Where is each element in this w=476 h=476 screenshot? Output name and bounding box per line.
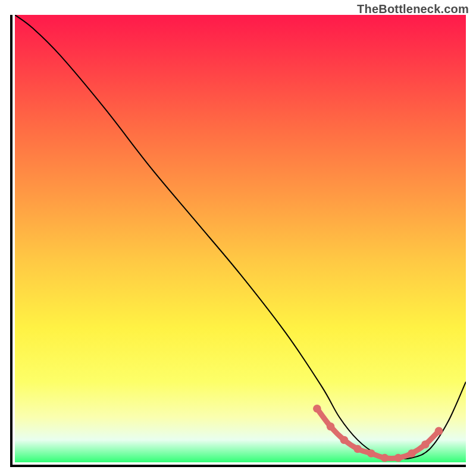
highlight-dot xyxy=(367,449,375,458)
highlight-dot xyxy=(327,422,335,431)
chart-container: TheBottleneck.com xyxy=(0,0,476,476)
plot-area xyxy=(10,15,466,467)
highlight-dot xyxy=(313,405,321,413)
highlight-dot xyxy=(408,449,416,458)
highlight-dot xyxy=(421,440,430,449)
optimal-highlight xyxy=(317,409,439,459)
highlight-dot xyxy=(353,445,362,453)
highlight-dot xyxy=(381,454,389,462)
bottleneck-curve xyxy=(15,15,466,459)
watermark-text: TheBottleneck.com xyxy=(357,2,469,16)
highlight-dot xyxy=(394,454,402,462)
curve-layer xyxy=(15,15,466,462)
highlight-dot xyxy=(435,427,443,436)
highlight-dot xyxy=(340,436,349,444)
